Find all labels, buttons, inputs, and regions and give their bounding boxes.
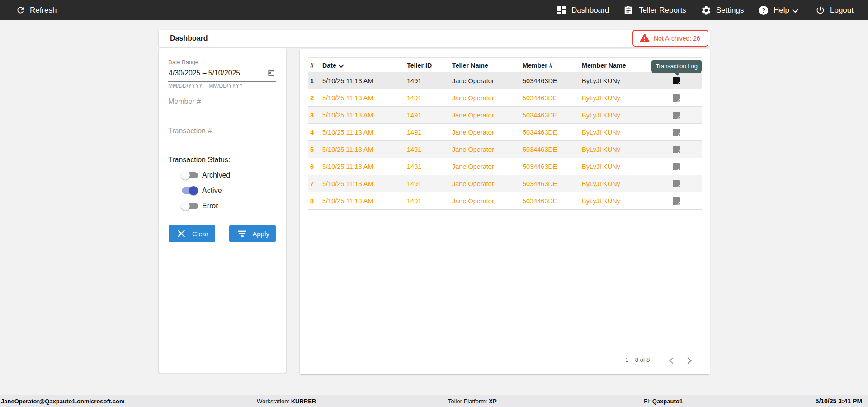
svg-text:?: ? [762, 7, 765, 14]
